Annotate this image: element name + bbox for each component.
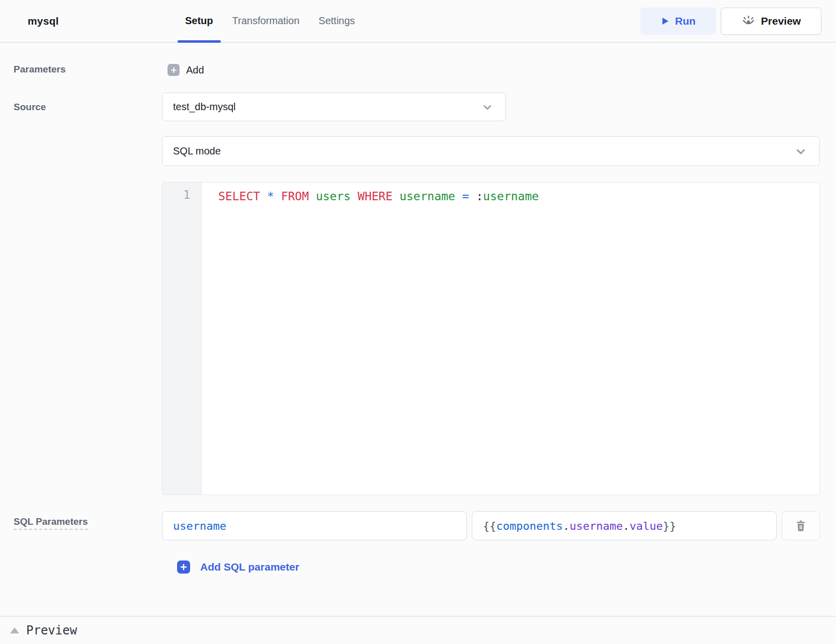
source-select-value: test_db-mysql bbox=[173, 101, 236, 113]
play-icon bbox=[660, 17, 670, 26]
sql-mode-row: SQL mode bbox=[0, 136, 836, 166]
sql-parameters-row: SQL Parameters username {{components.use… bbox=[0, 511, 836, 540]
line-number: 1 bbox=[162, 188, 190, 201]
triangle-up-icon bbox=[10, 627, 19, 633]
sql-parameter-value-input[interactable]: {{components.username.value}} bbox=[472, 511, 777, 540]
code-editor-row: 1 SELECT * FROM users WHERE username = :… bbox=[0, 182, 836, 495]
preview-button-label: Preview bbox=[761, 15, 801, 27]
source-select[interactable]: test_db-mysql bbox=[162, 93, 506, 121]
sql-parameter-row: username {{components.username.value}} bbox=[162, 511, 820, 540]
run-button-label: Run bbox=[675, 15, 696, 27]
add-sql-parameter-button[interactable]: Add SQL parameter bbox=[177, 560, 299, 574]
source-row: Source test_db-mysql bbox=[0, 93, 836, 121]
run-button[interactable]: Run bbox=[640, 8, 716, 35]
parameters-row: Parameters Add bbox=[0, 64, 836, 77]
editor-gutter: 1 bbox=[162, 183, 202, 495]
tab-transformation[interactable]: Transformation bbox=[225, 0, 307, 42]
header: mysql Setup Transformation Settings Run bbox=[0, 0, 836, 43]
eye-icon bbox=[741, 14, 756, 28]
add-parameter-label: Add bbox=[186, 64, 204, 76]
sql-code-editor[interactable]: 1 SELECT * FROM users WHERE username = :… bbox=[162, 182, 820, 495]
chevron-down-icon bbox=[794, 145, 807, 158]
preview-button[interactable]: Preview bbox=[721, 8, 821, 35]
query-editor-panel: mysql Setup Transformation Settings Run bbox=[0, 0, 836, 644]
sql-mode-select[interactable]: SQL mode bbox=[162, 136, 820, 166]
parameters-label: Parameters bbox=[14, 64, 66, 75]
trash-icon bbox=[794, 519, 807, 532]
sql-parameter-key-input[interactable]: username bbox=[162, 511, 467, 540]
preview-panel-label: Preview bbox=[26, 623, 77, 637]
plus-icon bbox=[177, 560, 190, 574]
preview-panel-toggle[interactable]: Preview bbox=[0, 616, 836, 644]
chevron-down-icon bbox=[481, 101, 493, 113]
header-actions: Run Preview bbox=[640, 8, 821, 35]
tab-bar: Setup Transformation Settings bbox=[178, 0, 363, 42]
plus-icon bbox=[168, 64, 180, 76]
add-sql-parameter-row: Add SQL parameter bbox=[0, 560, 836, 574]
tab-settings[interactable]: Settings bbox=[311, 0, 362, 42]
add-parameter-button[interactable]: Add bbox=[168, 64, 204, 76]
tab-setup[interactable]: Setup bbox=[178, 0, 221, 42]
source-label: Source bbox=[14, 102, 46, 113]
add-sql-parameter-label: Add SQL parameter bbox=[200, 561, 299, 573]
query-title: mysql bbox=[28, 15, 59, 27]
editor-code-line[interactable]: SELECT * FROM users WHERE username = :us… bbox=[202, 183, 819, 495]
sql-parameters-label: SQL Parameters bbox=[14, 516, 88, 530]
setup-tab-content: Parameters Add Source test_db-mysql bbox=[0, 43, 836, 644]
sql-mode-select-value: SQL mode bbox=[173, 145, 221, 157]
delete-sql-parameter-button[interactable] bbox=[782, 511, 820, 540]
